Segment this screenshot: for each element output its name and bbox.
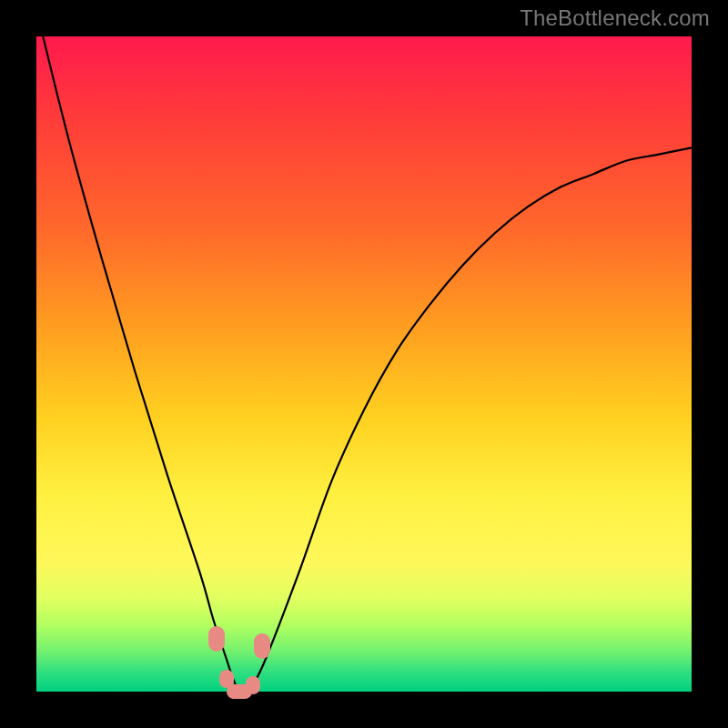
bottleneck-curve (43, 36, 692, 692)
curve-svg (36, 36, 692, 692)
curve-marker (246, 676, 260, 694)
curve-marker (254, 633, 270, 659)
chart-frame: TheBottleneck.com (0, 0, 728, 728)
curve-marker (208, 626, 225, 652)
plot-area (36, 36, 692, 692)
watermark-text: TheBottleneck.com (520, 5, 710, 31)
